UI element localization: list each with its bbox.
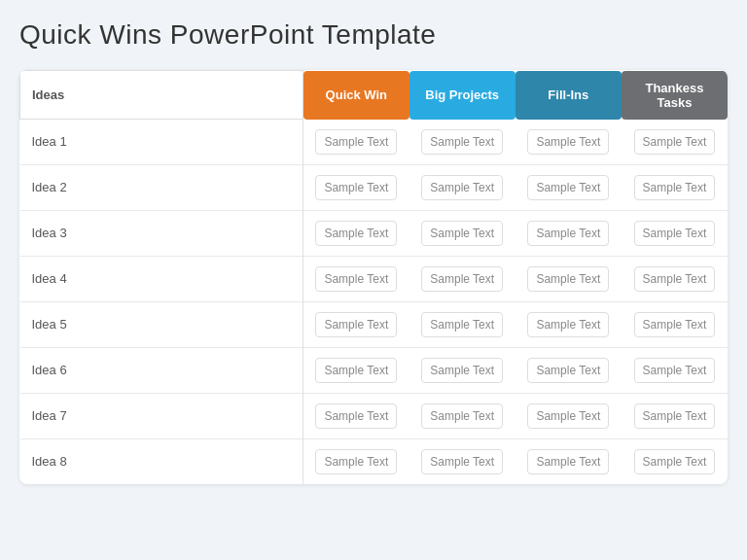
quickwin-cell-2[interactable]: Sample Text (303, 164, 409, 210)
header-thankless: Thankess Tasks (622, 71, 728, 120)
fillins-cell-2[interactable]: Sample Text (516, 164, 622, 210)
bigprojects-cell-7[interactable]: Sample Text (409, 393, 516, 438)
table-row: Idea 6Sample TextSample TextSample TextS… (20, 347, 729, 393)
fillins-cell-1[interactable]: Sample Text (516, 120, 622, 165)
thankless-cell-7[interactable]: Sample Text (622, 393, 728, 438)
main-table-container: Ideas Quick Win Big Projects Fill-Ins Th… (19, 70, 728, 484)
thankless-cell-5[interactable]: Sample Text (622, 301, 728, 347)
bigprojects-cell-3[interactable]: Sample Text (409, 210, 516, 256)
idea-cell-8[interactable]: Idea 8 (20, 438, 303, 484)
quickwin-cell-7[interactable]: Sample Text (303, 393, 409, 438)
idea-cell-2[interactable]: Idea 2 (20, 164, 303, 210)
quickwin-cell-8[interactable]: Sample Text (303, 438, 409, 484)
thankless-cell-8[interactable]: Sample Text (622, 438, 728, 484)
thankless-cell-6[interactable]: Sample Text (622, 347, 728, 393)
table-row: Idea 5Sample TextSample TextSample TextS… (20, 301, 729, 347)
bigprojects-cell-5[interactable]: Sample Text (409, 301, 516, 347)
idea-cell-3[interactable]: Idea 3 (20, 210, 303, 256)
table-row: Idea 7Sample TextSample TextSample TextS… (20, 393, 729, 438)
fillins-cell-5[interactable]: Sample Text (516, 301, 622, 347)
thankless-cell-3[interactable]: Sample Text (622, 210, 728, 256)
table-row: Idea 8Sample TextSample TextSample TextS… (20, 438, 729, 484)
quickwin-cell-5[interactable]: Sample Text (303, 301, 409, 347)
fillins-cell-7[interactable]: Sample Text (516, 393, 622, 438)
quickwin-cell-3[interactable]: Sample Text (303, 210, 409, 256)
thankless-cell-1[interactable]: Sample Text (622, 120, 728, 165)
idea-cell-6[interactable]: Idea 6 (20, 347, 303, 393)
thankless-cell-2[interactable]: Sample Text (622, 164, 728, 210)
idea-cell-1[interactable]: Idea 1 (20, 120, 303, 165)
table-row: Idea 1Sample TextSample TextSample TextS… (20, 120, 729, 165)
bigprojects-cell-6[interactable]: Sample Text (409, 347, 516, 393)
idea-cell-4[interactable]: Idea 4 (20, 256, 303, 301)
quickwin-cell-1[interactable]: Sample Text (303, 120, 409, 165)
header-ideas: Ideas (20, 71, 303, 120)
idea-cell-5[interactable]: Idea 5 (20, 301, 303, 347)
page-title: Quick Wins PowerPoint Template (19, 19, 728, 51)
table-row: Idea 3Sample TextSample TextSample TextS… (20, 210, 729, 256)
quickwin-cell-6[interactable]: Sample Text (303, 347, 409, 393)
bigprojects-cell-4[interactable]: Sample Text (409, 256, 516, 301)
bigprojects-cell-1[interactable]: Sample Text (409, 120, 516, 165)
thankless-cell-4[interactable]: Sample Text (622, 256, 728, 301)
quick-wins-table: Ideas Quick Win Big Projects Fill-Ins Th… (19, 70, 728, 484)
idea-cell-7[interactable]: Idea 7 (20, 393, 303, 438)
bigprojects-cell-8[interactable]: Sample Text (409, 438, 516, 484)
header-bigprojects: Big Projects (409, 71, 516, 120)
fillins-cell-6[interactable]: Sample Text (516, 347, 622, 393)
header-quickwin: Quick Win (303, 71, 409, 120)
fillins-cell-4[interactable]: Sample Text (516, 256, 622, 301)
header-fillins: Fill-Ins (516, 71, 622, 120)
table-row: Idea 4Sample TextSample TextSample TextS… (20, 256, 729, 301)
bigprojects-cell-2[interactable]: Sample Text (409, 164, 516, 210)
fillins-cell-8[interactable]: Sample Text (516, 438, 622, 484)
quickwin-cell-4[interactable]: Sample Text (303, 256, 409, 301)
fillins-cell-3[interactable]: Sample Text (516, 210, 622, 256)
table-row: Idea 2Sample TextSample TextSample TextS… (20, 164, 729, 210)
